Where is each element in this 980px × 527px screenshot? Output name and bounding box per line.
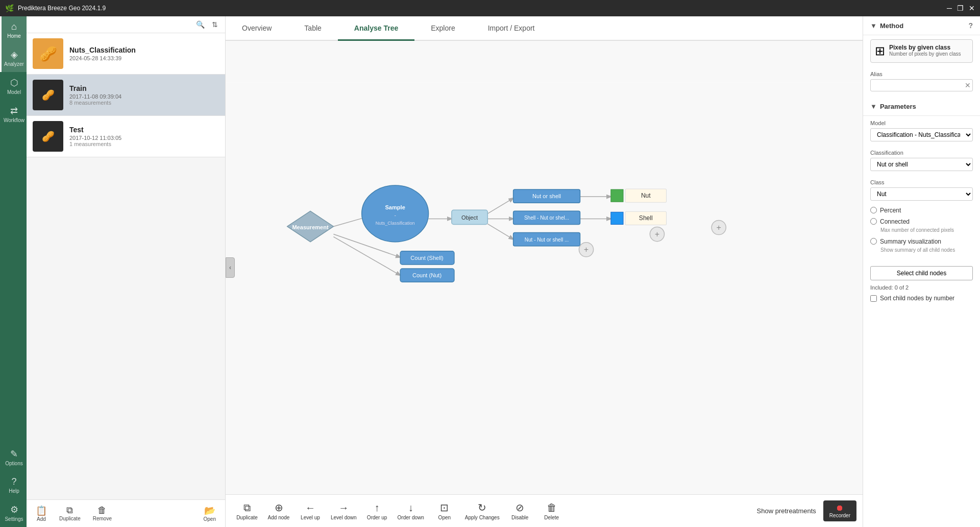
collapse-sidebar-button[interactable]: ‹ xyxy=(226,257,235,278)
order-up-button[interactable]: ↑ Order up xyxy=(362,498,393,524)
flow-diagram: Measurement Sample - Nuts_Classification… xyxy=(226,41,863,494)
sidebar-item-help[interactable]: ? Help xyxy=(0,471,27,499)
tab-explore[interactable]: Explore xyxy=(414,16,471,41)
flow-canvas-area[interactable]: Measurement Sample - Nuts_Classification… xyxy=(226,41,863,494)
alias-label: Alias xyxy=(870,71,973,77)
sidebar-item-analyzer[interactable]: ◈ Analyzer xyxy=(0,44,27,72)
class-select[interactable]: Nut Shell xyxy=(870,187,973,201)
summary-radio[interactable] xyxy=(870,238,877,245)
svg-text:+: + xyxy=(655,229,659,238)
item-thumbnail: 🥜 xyxy=(33,38,63,69)
list-item[interactable]: 🥜 Nuts_Classification 2024-05-28 14:33:3… xyxy=(27,33,225,75)
search-button[interactable]: 🔍 xyxy=(194,19,207,30)
svg-text:Nut: Nut xyxy=(641,192,651,199)
sidebar-item-label: Model xyxy=(7,89,21,95)
summary-sub-text: Show summary of all child nodes xyxy=(863,247,980,256)
item-title: Nuts_Classification xyxy=(69,46,136,54)
apply-changes-icon: ↻ xyxy=(478,501,486,514)
connected-sub-text: Max number of connected pixels xyxy=(863,227,980,236)
list-item[interactable]: 🥜 Test 2017-10-12 11:03:05 1 measurement… xyxy=(27,116,225,157)
apply-changes-button[interactable]: ↻ Apply Changes xyxy=(461,498,504,524)
svg-text:Shell: Shell xyxy=(639,214,653,222)
svg-rect-28 xyxy=(611,189,623,202)
close-btn[interactable]: ✕ xyxy=(969,4,975,12)
app-icon: 🌿 xyxy=(5,4,14,12)
connected-radio[interactable] xyxy=(870,218,877,225)
model-select[interactable]: Classification - Nuts_Classification (Pl… xyxy=(870,128,973,141)
delete-button[interactable]: 🗑 Delete xyxy=(536,498,567,524)
delete-icon: 🗑 xyxy=(547,502,557,514)
tab-analyse-tree[interactable]: Analyse Tree xyxy=(338,16,414,41)
sidebar-item-options[interactable]: ✎ Options xyxy=(0,443,27,471)
percent-label: Percent xyxy=(880,207,901,214)
method-icon: ⊞ xyxy=(875,44,885,58)
svg-text:Measurement: Measurement xyxy=(292,224,329,230)
content-area: ‹ Overview Table Analyse Tree Explore Im… xyxy=(226,16,863,527)
panel-list: 🔍 ⇅ 🥜 Nuts_Classification 2024-05-28 14:… xyxy=(27,16,226,527)
help-circle-icon[interactable]: ? xyxy=(968,21,973,30)
level-down-icon: → xyxy=(338,502,349,514)
tab-bar: Overview Table Analyse Tree Explore Impo… xyxy=(226,16,863,41)
percent-radio[interactable] xyxy=(870,207,877,213)
sidebar-item-workflow[interactable]: ⇄ Workflow xyxy=(0,100,27,128)
sidebar-item-model[interactable]: ⬡ Model xyxy=(0,72,27,100)
tab-overview[interactable]: Overview xyxy=(226,16,288,41)
sort-button[interactable]: ⇅ xyxy=(210,19,220,30)
item-thumbnail: 🥜 xyxy=(33,121,63,152)
level-up-button[interactable]: ← Level up xyxy=(295,498,326,524)
help-icon: ? xyxy=(11,476,16,487)
list-item[interactable]: 🥜 Train 2017-11-08 09:39:04 8 measuremen… xyxy=(27,75,225,116)
window-controls[interactable]: ─ ❐ ✕ xyxy=(947,4,975,12)
order-down-icon: ↓ xyxy=(408,502,413,514)
home-icon: ⌂ xyxy=(11,21,17,32)
svg-text:Count (Shell): Count (Shell) xyxy=(410,255,444,261)
sidebar-item-home[interactable]: ⌂ Home xyxy=(0,16,27,44)
duplicate-button[interactable]: ⧉ Duplicate xyxy=(232,498,262,524)
svg-text:Nut or shell: Nut or shell xyxy=(532,193,561,199)
item-title: Test xyxy=(69,126,121,134)
open-button[interactable]: ⊡ Open xyxy=(429,498,460,524)
duplicate-list-button[interactable]: ⧉ Duplicate xyxy=(55,503,85,524)
alias-input[interactable] xyxy=(870,79,973,91)
add-node-button[interactable]: ⊕ Add node xyxy=(263,498,294,524)
add-button[interactable]: 📋 Add xyxy=(32,503,51,524)
titlebar: 🌿 Prediktera Breeze Geo 2024.1.9 ─ ❐ ✕ xyxy=(0,0,980,16)
recorder-button[interactable]: ⏺ Recorder xyxy=(823,500,856,521)
svg-rect-0 xyxy=(226,83,863,453)
svg-rect-31 xyxy=(611,212,623,224)
svg-text:Nuts_Classification: Nuts_Classification xyxy=(376,221,415,226)
classification-select[interactable]: Nut or shell xyxy=(870,158,973,171)
select-child-nodes-button[interactable]: Select child nodes xyxy=(870,266,973,280)
svg-text:Shell - Nut or shel...: Shell - Nut or shel... xyxy=(524,215,569,221)
right-panel: ▼ Method ? ⊞ Pixels by given class Numbe… xyxy=(863,16,980,527)
method-section-header: ▼ Method ? xyxy=(863,16,980,35)
sidebar-item-label: Workflow xyxy=(4,117,24,123)
percent-radio-row: Percent xyxy=(863,205,980,216)
add-node-icon: ⊕ xyxy=(275,501,283,514)
maximize-btn[interactable]: ❐ xyxy=(957,4,964,12)
sidebar-item-label: Settings xyxy=(5,516,23,522)
disable-button[interactable]: ⊘ Disable xyxy=(505,498,535,524)
tab-import-export[interactable]: Import / Export xyxy=(472,16,551,41)
svg-text:-: - xyxy=(394,212,396,218)
item-info: Train 2017-11-08 09:39:04 8 measurements xyxy=(69,84,121,106)
order-down-button[interactable]: ↓ Order down xyxy=(394,498,428,524)
alias-clear-button[interactable]: ✕ xyxy=(965,81,971,89)
alias-field: Alias ✕ xyxy=(863,67,980,95)
level-down-button[interactable]: → Level down xyxy=(327,498,361,524)
remove-button[interactable]: 🗑 Remove xyxy=(89,503,116,524)
sort-child-nodes-checkbox[interactable] xyxy=(870,295,877,302)
sidebar-item-settings[interactable]: ⚙ Settings xyxy=(0,499,27,527)
minimize-btn[interactable]: ─ xyxy=(947,4,952,12)
model-field: Model Classification - Nuts_Classificati… xyxy=(863,116,980,146)
open-list-button[interactable]: 📂 Open xyxy=(200,503,220,524)
svg-text:+: + xyxy=(716,223,721,232)
disable-icon: ⊘ xyxy=(516,501,524,514)
tab-table[interactable]: Table xyxy=(288,16,337,41)
sidebar-item-label: Home xyxy=(7,33,21,39)
model-icon: ⬡ xyxy=(10,77,18,88)
item-title: Train xyxy=(69,84,121,92)
summary-radio-row: Summary visualization xyxy=(863,236,980,247)
method-desc: Number of pixels by given class xyxy=(889,51,961,57)
item-date: 2017-11-08 09:39:04 xyxy=(69,93,121,100)
